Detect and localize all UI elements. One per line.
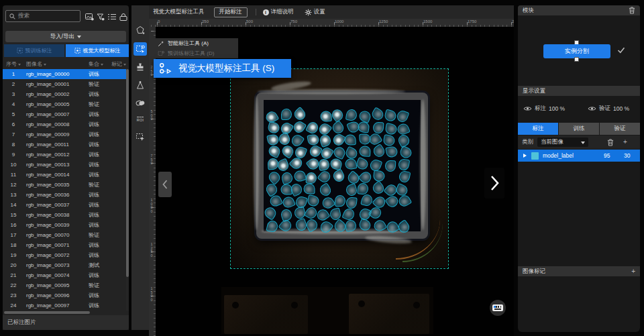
annotation-mask[interactable] — [372, 144, 387, 159]
annotation-mask[interactable] — [371, 180, 386, 196]
table-row[interactable]: 7 rgb_image_00009 训练 — [3, 129, 129, 139]
table-row[interactable]: 24 rgb_image_00097 训练 — [3, 300, 129, 311]
list-view-icon[interactable] — [107, 13, 117, 21]
annotation-mask[interactable] — [289, 182, 304, 197]
annotation-mask[interactable] — [344, 182, 358, 197]
menu-item-pretrain-annotate[interactable]: 预训练标注工具 (D) — [154, 48, 238, 58]
annotation-mask[interactable] — [384, 109, 398, 122]
table-row[interactable]: 16 rgb_image_00039 训练 — [3, 220, 129, 230]
annotation-mask[interactable] — [281, 194, 296, 209]
col-index[interactable]: 序号 — [3, 60, 24, 68]
table-row[interactable]: 4 rgb_image_00005 验证 — [3, 99, 129, 109]
annotation-mask[interactable] — [280, 144, 295, 159]
annotation-mask[interactable] — [307, 194, 320, 207]
keyboard-shortcuts-button[interactable] — [490, 300, 506, 316]
annotation-mask[interactable] — [373, 170, 386, 182]
add-label-button[interactable]: + — [623, 139, 627, 146]
annotation-mask[interactable] — [385, 146, 398, 158]
annotation-mask[interactable] — [345, 197, 358, 209]
annotation-mask[interactable] — [319, 133, 333, 148]
table-row[interactable]: 21 rgb_image_00074 训练 — [3, 270, 129, 280]
annotation-mask[interactable] — [358, 218, 372, 233]
search-input[interactable]: 搜索 — [5, 10, 80, 22]
previous-image-button[interactable] — [158, 172, 172, 197]
table-row[interactable]: 15 rgb_image_00038 训练 — [3, 210, 129, 220]
menu-item-vlm-annotate[interactable]: 视觉大模型标注工具 (S) — [154, 59, 291, 78]
annotation-mask[interactable] — [342, 207, 356, 222]
col-set[interactable]: 集合 — [89, 60, 111, 68]
annotation-mask[interactable] — [398, 170, 411, 183]
annotation-mask[interactable] — [278, 218, 293, 233]
col-mark[interactable]: 标记 — [111, 60, 129, 68]
annotation-mask[interactable] — [358, 169, 374, 184]
annotation-mask[interactable] — [360, 193, 374, 207]
annotation-mask[interactable] — [335, 195, 346, 207]
vertical-scrollbar[interactable] — [126, 69, 129, 311]
annotation-mask[interactable] — [317, 182, 333, 198]
annotation-mask[interactable] — [320, 111, 332, 122]
annotation-mask[interactable] — [398, 158, 411, 172]
annotation-mask[interactable] — [332, 145, 347, 160]
annotation-mask[interactable] — [358, 121, 370, 133]
roi-tool[interactable]: ROI — [133, 113, 147, 126]
import-export-button[interactable]: 导入/导出 — [5, 31, 126, 42]
display-annotation-opacity[interactable]: 标注 100 % — [523, 105, 565, 113]
next-image-button[interactable] — [484, 168, 504, 199]
annotation-mask[interactable] — [345, 219, 357, 232]
mask-eraser-tool[interactable] — [133, 96, 147, 109]
module-node-instance-segmentation[interactable]: 实例分割 — [543, 44, 610, 58]
table-row[interactable]: 10 rgb_image_00013 训练 — [3, 160, 129, 170]
add-tag-button[interactable]: + — [631, 268, 635, 275]
annotation-mask[interactable] — [344, 158, 357, 170]
table-row[interactable]: 20 rgb_image_00073 测试 — [3, 260, 129, 270]
annotation-mask[interactable] — [357, 182, 368, 194]
eye-icon[interactable] — [523, 106, 532, 111]
label-list-item[interactable]: model_label 95 30 — [518, 150, 640, 162]
display-validation-opacity[interactable]: 验证 100 % — [588, 105, 629, 113]
eye-icon[interactable] — [588, 106, 596, 111]
lock-icon[interactable] — [119, 13, 128, 21]
menu-item-smart-annotate[interactable]: 智能标注工具 (A) — [154, 38, 238, 48]
expand-icon[interactable] — [523, 154, 529, 158]
horizontal-scrollbar[interactable] — [4, 311, 125, 314]
annotation-mask[interactable] — [345, 108, 358, 121]
rect-select-tool[interactable] — [133, 130, 147, 144]
annotation-mask[interactable] — [315, 207, 331, 223]
settings-button[interactable]: 设置 — [305, 8, 325, 16]
tab-validation[interactable]: 验证 — [600, 123, 640, 135]
annotation-mask[interactable] — [384, 123, 398, 135]
table-row[interactable]: 5 rgb_image_00007 训练 — [3, 109, 129, 119]
annotation-mask[interactable] — [344, 134, 356, 146]
tab-training[interactable]: 训练 — [559, 123, 599, 135]
annotation-mask[interactable] — [281, 109, 292, 120]
table-row[interactable]: 8 rgb_image_00011 训练 — [3, 139, 129, 150]
trash-icon[interactable] — [607, 139, 614, 146]
table-row[interactable]: 6 rgb_image_00008 训练 — [3, 119, 129, 129]
annotation-mask[interactable] — [319, 219, 334, 235]
annotation-mask[interactable] — [355, 156, 370, 171]
annotation-mask[interactable] — [266, 170, 282, 185]
stamp-tool[interactable] — [133, 60, 147, 74]
annotation-mask[interactable] — [397, 193, 413, 208]
tab-vlm-annotation[interactable]: 视觉大模型标注 — [66, 44, 129, 57]
annotation-mask[interactable] — [385, 194, 400, 209]
table-row[interactable]: 9 rgb_image_00012 训练 — [3, 150, 129, 160]
annotation-mask[interactable] — [317, 169, 332, 184]
annotation-mask[interactable] — [291, 119, 307, 135]
annotation-mask[interactable] — [267, 121, 281, 134]
help-button[interactable]: i 详细说明 — [263, 8, 294, 16]
annotation-mask[interactable] — [358, 146, 370, 157]
annotation-mask[interactable] — [303, 183, 315, 194]
table-row[interactable]: 11 rgb_image_00014 训练 — [3, 170, 129, 180]
annotation-mask[interactable] — [398, 146, 413, 160]
polygon-measure-tool[interactable] — [133, 78, 147, 92]
table-row[interactable]: 23 rgb_image_00096 训练 — [3, 290, 129, 300]
table-row[interactable]: 1 rgb_image_00000 训练 — [3, 69, 129, 79]
annotation-mask[interactable] — [373, 121, 384, 133]
polygon-tool[interactable] — [133, 23, 147, 37]
table-row[interactable]: 3 rgb_image_00002 训练 — [3, 89, 129, 99]
annotation-mask[interactable] — [267, 144, 282, 159]
table-row[interactable]: 2 rgb_image_00001 验证 — [3, 79, 129, 89]
node-connector-bottom[interactable] — [574, 57, 579, 62]
tab-annotation[interactable]: 标注 — [518, 123, 558, 135]
